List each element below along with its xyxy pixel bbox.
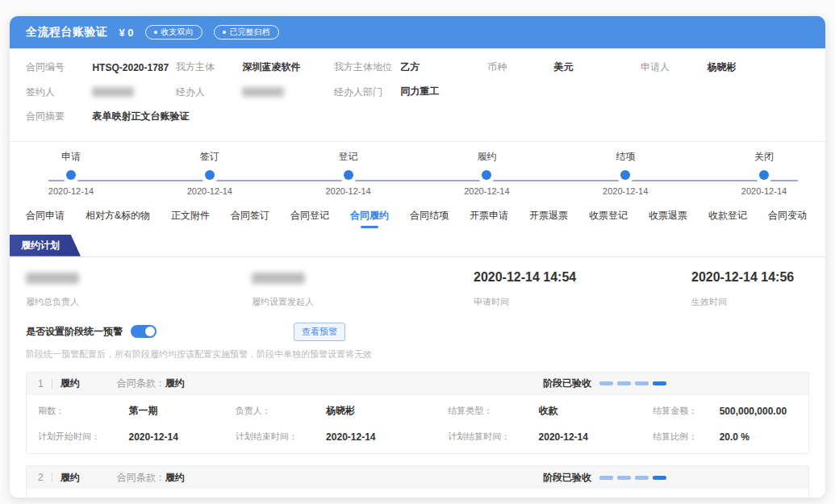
summary-apply-time: 2020-12-14 14:54 申请时间 (474, 270, 691, 308)
progress-segments (599, 381, 666, 385)
detail-tab-bar: 合同申请 相对方&标的物 正文附件 合同签订 合同登记 合同履约 合同结项 开票… (10, 198, 825, 228)
timeline-stage-close: 关闭 2020-12-14 (724, 150, 804, 196)
view-warning-button[interactable]: 查看预警 (294, 323, 345, 341)
field-value: 深圳蓝凌软件 (242, 61, 300, 73)
redacted-value (92, 87, 134, 97)
tab-contract-apply[interactable]: 合同申请 (26, 209, 65, 228)
summary-value (26, 270, 252, 286)
tab-contract-conclude[interactable]: 合同结项 (410, 209, 449, 228)
field-label: 结算比例： (653, 431, 716, 443)
field-contract-summary: 合同摘要 表单映射正文台账验证 (26, 109, 487, 123)
field-settlement-ratio: 结算比例： 20.0 % (653, 429, 797, 444)
field-value: 杨晓彬 (707, 61, 736, 73)
field-value: HTSQ-2020-1787 (92, 62, 169, 73)
field-label: 结算类型： (448, 405, 535, 417)
stage-date: 2020-12-14 (585, 186, 666, 196)
field-settlement-amount: 结算金额： 500,000,000.00 (653, 403, 797, 418)
stage-index: 2 (38, 472, 44, 483)
field-plan-settlement: 计划结算时间： 2020-12-14 (448, 429, 653, 444)
page-header: 全流程台账验证 ¥ 0 收支双向 已完整归档 (10, 16, 825, 48)
stage-dot-icon (66, 170, 76, 180)
stage-dot-icon (759, 170, 769, 180)
stage-label: 签订 (169, 150, 250, 164)
field-settlement-type: 结算类型： 付款 (448, 497, 653, 498)
field-value: 第一期 (128, 405, 157, 416)
stage-card-header: 1 履约 合同条款： 履约 阶段已验收 (27, 373, 808, 395)
tab-contract-register[interactable]: 合同登记 (290, 209, 329, 228)
field-label: 经办人部门 (334, 85, 397, 99)
summary-label: 履约设置发起人 (252, 296, 474, 308)
unified-warning-row: 是否设置阶段统一预警 查看预警 (10, 316, 825, 341)
vertical-divider (52, 473, 52, 482)
field-owner: 负责人： 杨晓彬 (236, 497, 448, 498)
field-label: 合同摘要 (26, 110, 89, 123)
stage-status: 阶段已验收 (543, 377, 666, 390)
field-owner: 负责人： 杨晓彬 (236, 403, 448, 418)
clause-label: 合同条款： (117, 377, 165, 390)
redacted-value (242, 87, 284, 97)
redacted-value (26, 273, 79, 284)
unified-warning-toggle[interactable] (131, 325, 157, 338)
performance-summary-row: 履约总负责人 履约设置发起人 2020-12-14 14:54 申请时间 202… (10, 257, 825, 316)
summary-value (252, 270, 474, 286)
field-label: 合同编号 (26, 60, 89, 74)
stage-date: 2020-12-14 (724, 186, 804, 196)
stage-dot-icon (620, 170, 630, 180)
stage-date: 2020-12-14 (446, 186, 527, 196)
field-currency: 币种 美元 (487, 60, 641, 74)
timeline-stage-sign: 签订 2020-12-14 (169, 150, 250, 196)
field-contract-number: 合同编号 HTSQ-2020-1787 (26, 60, 176, 74)
field-signer: 签约人 (26, 84, 176, 98)
stage-label: 登记 (308, 150, 389, 164)
tab-contract-change[interactable]: 合同变动 (768, 209, 807, 228)
vertical-divider (52, 379, 52, 389)
performance-stage-card-2: 2 履约 合同条款： 履约 阶段已验收 期数： 第一期 负责人： (26, 465, 809, 498)
clause-value: 履约 (165, 471, 185, 485)
stage-label: 结项 (585, 150, 666, 164)
stage-dot-icon (482, 170, 491, 180)
field-label: 经办人 (176, 85, 239, 99)
field-period: 期数： 第一期 (38, 403, 236, 418)
unified-warning-label: 是否设置阶段统一预警 (26, 325, 123, 339)
status-badge-direction: 收支双向 (145, 25, 202, 40)
field-value: 20.0 % (720, 431, 749, 443)
stage-card-header: 2 履约 合同条款： 履约 阶段已验收 (27, 466, 808, 489)
tab-counterparty[interactable]: 相对方&标的物 (86, 209, 150, 228)
field-handler: 经办人 (176, 84, 334, 98)
tab-receipt-return[interactable]: 收票退票 (649, 209, 687, 228)
stage-card-body: 期数： 第一期 负责人： 杨晓彬 结算类型： 付款 结算金额： 500,000,… (27, 489, 808, 498)
info-row-2: 签约人 经办人 经办人部门 同力重工 (26, 84, 809, 98)
timeline-stage-apply: 申请 2020-12-14 (31, 150, 111, 196)
summary-label: 履约总负责人 (26, 296, 252, 308)
tab-contract-perform[interactable]: 合同履约 (350, 209, 389, 228)
tab-receipt-register[interactable]: 收票登记 (589, 209, 628, 228)
field-settlement-type: 结算类型： 收款 (448, 403, 653, 418)
field-our-party: 我方主体 深圳蓝凌软件 (176, 60, 334, 74)
summary-label: 生效时间 (691, 296, 809, 308)
stage-date: 2020-12-14 (308, 186, 389, 196)
progress-segment (617, 476, 631, 480)
stage-type: 履约 (61, 471, 80, 485)
redacted-value (252, 273, 305, 284)
tab-contract-sign[interactable]: 合同签订 (231, 209, 269, 228)
progress-segment (635, 476, 649, 480)
field-value: 同力重工 (400, 86, 439, 98)
stage-status-text: 阶段已验收 (543, 377, 591, 390)
tab-body-attachment[interactable]: 正文附件 (171, 209, 210, 228)
clause-label: 合同条款： (117, 471, 165, 485)
section-header-row: 履约计划 (10, 235, 825, 257)
field-handler-department: 经办人部门 同力重工 (334, 84, 487, 98)
field-value: 2020-12-14 (539, 431, 588, 443)
progress-segment (617, 381, 631, 385)
progress-segment (599, 381, 613, 385)
stage-card-body: 期数： 第一期 负责人： 杨晓彬 结算类型： 收款 结算金额： 500,000,… (27, 395, 808, 453)
stage-date: 2020-12-14 (169, 186, 250, 196)
stage-dot-icon (205, 170, 215, 180)
progress-segment (635, 381, 649, 385)
tab-invoice-apply[interactable]: 开票申请 (470, 209, 508, 228)
tab-payment-register[interactable]: 收款登记 (708, 209, 747, 228)
summary-value: 2020-12-14 14:56 (691, 270, 809, 286)
summary-setup-initiator: 履约设置发起人 (252, 270, 474, 308)
tab-invoice-return[interactable]: 开票退票 (529, 209, 568, 228)
field-value: 乙方 (400, 61, 420, 73)
